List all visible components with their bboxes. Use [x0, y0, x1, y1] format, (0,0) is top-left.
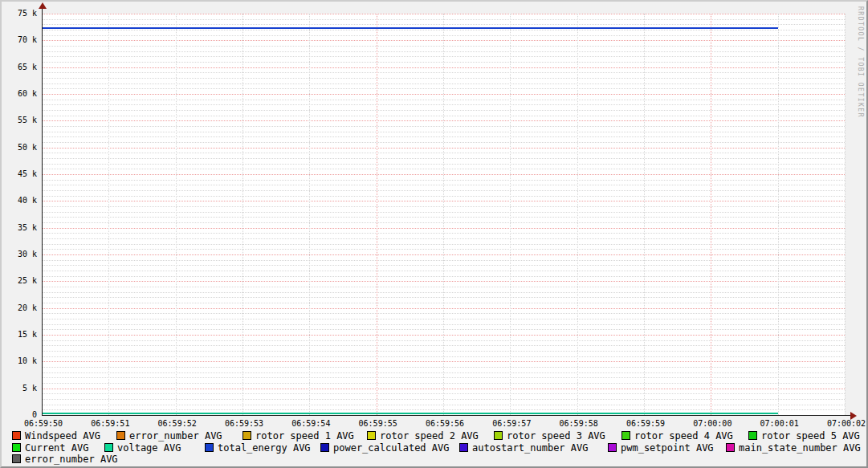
y-tick-label: 70 k	[2, 36, 37, 44]
legend-label: autostart_number AVG	[472, 442, 589, 454]
x-tick-label: 07:00:01	[753, 419, 806, 428]
plot-area	[42, 14, 845, 415]
y-tick-label: 50 k	[2, 144, 37, 152]
y-tick-label: 0	[2, 411, 37, 419]
y-tick-label: 35 k	[2, 224, 37, 232]
legend-swatch-icon	[12, 454, 21, 463]
y-tick-label: 5 k	[2, 385, 37, 393]
legend-item-rotor-speed-5-avg: rotor speed 5 AVG	[748, 430, 860, 441]
minor-gridline-v	[577, 14, 578, 415]
legend-item-pwm-setpoint-avg: pwm_setpoint AVG	[608, 442, 714, 453]
legend-label: error_number AVG	[129, 430, 222, 442]
legend-item-error-number-avg: error_number AVG	[116, 430, 222, 441]
legend-label: rotor speed 3 AVG	[507, 430, 605, 442]
y-tick-label: 20 k	[2, 304, 37, 312]
legend-swatch-icon	[320, 443, 329, 452]
legend-item-voltage-avg: voltage AVG	[104, 442, 181, 453]
legend-swatch-icon	[104, 443, 113, 452]
legend-item-windspeed-avg: Windspeed AVG	[12, 430, 100, 441]
x-tick-label: 07:00:02	[820, 419, 868, 428]
legend-swatch-icon	[12, 431, 21, 440]
legend-item-rotor-speed-4-avg: rotor speed 4 AVG	[621, 430, 733, 441]
major-gridline-v	[711, 14, 711, 415]
series-line-total-energy-avg	[42, 27, 778, 29]
series-line-voltage-avg	[42, 413, 778, 414]
legend-swatch-icon	[205, 443, 214, 452]
x-axis-line	[42, 415, 851, 416]
minor-gridline-v	[443, 14, 444, 415]
minor-gridline-v	[510, 14, 511, 415]
legend-swatch-icon	[726, 443, 735, 452]
y-tick-label: 75 k	[2, 10, 37, 18]
legend-swatch-icon	[12, 443, 21, 452]
legend-swatch-icon	[608, 443, 617, 452]
y-axis-line	[42, 8, 43, 416]
legend-item-error-number-avg: error_number AVG	[12, 454, 118, 464]
legend-item-rotor-speed-3-avg: rotor speed 3 AVG	[494, 430, 605, 441]
legend-item-current-avg: Current AVG	[12, 442, 88, 453]
minor-gridline-v	[309, 14, 310, 415]
y-tick-label: 40 k	[2, 197, 37, 205]
legend-item-autostart-number-avg: autostart_number AVG	[459, 442, 589, 453]
legend-label: Current AVG	[25, 442, 88, 454]
legend-item-total-energy-avg: total_energy AVG	[205, 442, 311, 453]
legend-label: total_energy AVG	[218, 442, 311, 454]
minor-gridline-v	[644, 14, 645, 415]
x-tick-label: 06:59:59	[619, 419, 672, 428]
legend-swatch-icon	[116, 431, 125, 440]
x-tick-label: 06:59:52	[151, 419, 204, 428]
x-tick-label: 06:59:55	[352, 419, 405, 428]
y-tick-label: 25 k	[2, 277, 37, 285]
legend-label: Windspeed AVG	[25, 430, 100, 442]
legend-item-rotor-speed-2-avg: rotor speed 2 AVG	[367, 430, 479, 441]
x-tick-label: 06:59:51	[84, 419, 137, 428]
major-gridline-v	[377, 14, 377, 415]
legend-label: voltage AVG	[117, 442, 181, 454]
legend-swatch-icon	[748, 431, 757, 440]
legend-label: main_state_number AVG	[739, 442, 861, 454]
legend-swatch-icon	[494, 431, 503, 440]
y-axis-arrow-icon	[39, 2, 47, 9]
x-tick-label: 06:59:54	[284, 419, 337, 428]
y-tick-label: 60 k	[2, 90, 37, 98]
minor-gridline-v	[176, 14, 177, 415]
legend-label: rotor speed 2 AVG	[380, 430, 479, 442]
minor-gridline-v	[108, 14, 109, 415]
y-tick-label: 55 k	[2, 116, 37, 124]
legend-label: power_calculated AVG	[333, 442, 450, 454]
x-tick-label: 07:00:00	[686, 419, 739, 428]
y-tick-label: 15 k	[2, 331, 37, 339]
legend-item-rotor-speed-1-avg: rotor speed 1 AVG	[242, 430, 354, 441]
y-tick-label: 10 k	[2, 357, 37, 365]
x-tick-label: 06:59:57	[485, 419, 538, 428]
y-tick-label: 45 k	[2, 170, 37, 178]
watermark-text: RRDTOOL / TOBI OETIKER	[856, 6, 864, 118]
y-tick-label: 65 k	[2, 63, 37, 71]
legend-swatch-icon	[459, 443, 468, 452]
legend-swatch-icon	[367, 431, 376, 440]
legend-item-power-calculated-avg: power_calculated AVG	[320, 442, 450, 453]
x-tick-label: 06:59:56	[418, 419, 471, 428]
x-tick-label: 06:59:53	[218, 419, 271, 428]
legend-label: pwm_setpoint AVG	[621, 442, 714, 454]
rrdtool-graph: 75 k70 k65 k60 k55 k50 k45 k40 k35 k30 k…	[0, 0, 868, 468]
legend-label: rotor speed 1 AVG	[255, 430, 354, 442]
legend-swatch-icon	[242, 431, 251, 440]
x-tick-label: 06:59:50	[17, 419, 70, 428]
legend-swatch-icon	[621, 431, 630, 440]
minor-gridline-v	[242, 14, 243, 415]
legend-label: error_number AVG	[25, 454, 118, 465]
y-tick-label: 30 k	[2, 250, 37, 258]
legend-label: rotor speed 5 AVG	[761, 430, 860, 442]
minor-gridline-v	[778, 14, 779, 415]
x-tick-label: 06:59:58	[552, 419, 605, 428]
minor-gridline-v	[845, 14, 846, 415]
legend-label: rotor speed 4 AVG	[634, 430, 733, 442]
legend-item-main-state-number-avg: main_state_number AVG	[726, 442, 861, 453]
